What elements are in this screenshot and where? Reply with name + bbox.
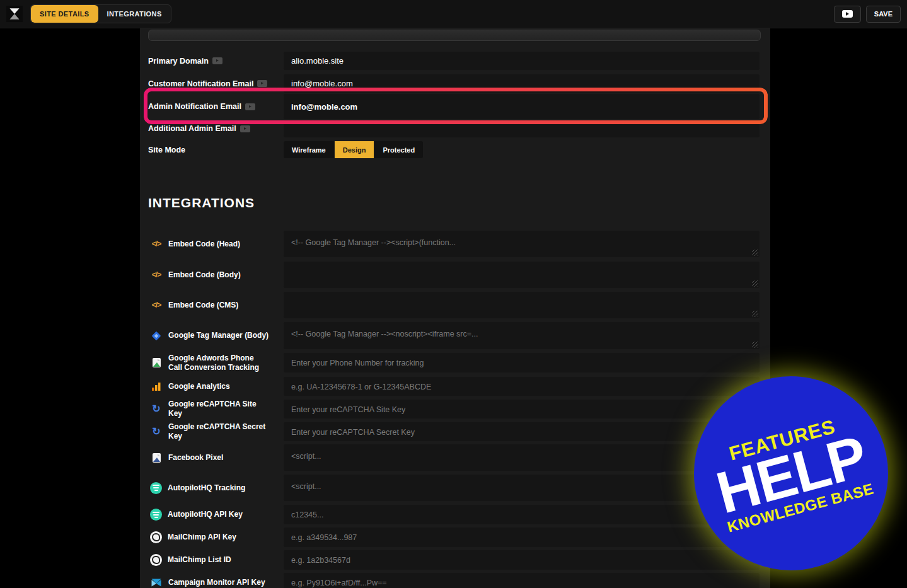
moble-logo-icon[interactable] <box>6 6 23 22</box>
integration-row: Google Tag Manager (Body) <box>140 322 770 349</box>
scrolled-field-partial[interactable] <box>148 30 761 41</box>
video-help-icon[interactable] <box>212 57 222 64</box>
code-icon <box>150 270 163 279</box>
tab-integrations[interactable]: INTEGRATIONS <box>98 5 171 23</box>
site-mode-wireframe-button[interactable]: Wireframe <box>284 141 334 158</box>
autopilothq-icon <box>150 509 162 521</box>
field-label: Customer Notification Email <box>148 79 253 88</box>
code-icon <box>150 239 163 248</box>
autopilothq-icon <box>150 482 162 494</box>
facebook-pixel-textarea[interactable] <box>284 444 760 471</box>
integration-label: Google reCAPTCHA Secret Key <box>168 422 269 441</box>
admin-notification-email-input[interactable] <box>284 94 760 119</box>
mailchimp-list-id-input[interactable] <box>284 550 760 570</box>
embed-code-head-textarea[interactable] <box>284 231 760 257</box>
autopilothq-api-key-input[interactable] <box>284 505 760 524</box>
integration-label: Google reCAPTCHA Site Key <box>168 400 269 418</box>
field-row-admin-notification-email: Admin Notification Email <box>140 94 770 119</box>
integration-row: AutopilotHQ Tracking <box>140 475 770 501</box>
video-tutorial-button[interactable] <box>834 6 861 23</box>
integration-label: Google Tag Manager (Body) <box>168 331 269 340</box>
google-adwords-icon <box>150 357 163 368</box>
integration-label: AutopilotHQ API Key <box>168 510 243 519</box>
integration-label: Embed Code (Body) <box>168 270 241 280</box>
site-mode-protected-button[interactable]: Protected <box>374 141 423 158</box>
video-play-icon <box>842 10 853 18</box>
integration-row: MailChimp API Key <box>140 527 770 547</box>
google-analytics-input[interactable] <box>284 377 760 396</box>
customer-notification-email-input[interactable] <box>284 74 760 93</box>
integration-row: AutopilotHQ API Key <box>140 505 770 524</box>
autopilothq-tracking-textarea[interactable] <box>284 475 760 501</box>
recaptcha-site-key-input[interactable] <box>284 400 760 418</box>
additional-admin-email-input[interactable] <box>284 120 760 137</box>
site-mode-design-button[interactable]: Design <box>335 141 374 158</box>
recaptcha-icon: ↻ <box>150 427 163 437</box>
mailchimp-api-key-input[interactable] <box>284 527 760 547</box>
campaign-monitor-api-key-input[interactable] <box>284 573 760 588</box>
integration-label: AutopilotHQ Tracking <box>168 483 245 493</box>
tab-site-details[interactable]: SITE DETAILS <box>31 5 98 23</box>
integration-row: Facebook Pixel <box>140 444 770 471</box>
integration-row: MailChimp List ID <box>140 550 770 570</box>
field-label: Additional Admin Email <box>148 124 236 133</box>
embed-code-body-textarea[interactable] <box>284 262 760 288</box>
integration-row: Google Adwords Phone Call Conversion Tra… <box>140 353 770 372</box>
help-badge-text: FEATURES HELP KNOWLEDGE BASE <box>707 410 876 536</box>
integration-label: Google Adwords Phone Call Conversion Tra… <box>168 354 269 372</box>
integration-row: Embed Code (CMS) <box>140 292 770 318</box>
integration-label: Campaign Monitor API Key <box>168 578 265 587</box>
embed-code-cms-textarea[interactable] <box>284 292 760 318</box>
field-row-additional-admin-email: Additional Admin Email <box>140 120 770 137</box>
integration-row: Embed Code (Head) <box>140 231 770 257</box>
integration-label: MailChimp List ID <box>168 555 231 565</box>
integration-row: Google Analytics <box>140 377 770 396</box>
integration-label: MailChimp API Key <box>168 533 236 542</box>
integration-label: Embed Code (Head) <box>168 239 240 249</box>
primary-domain-input[interactable] <box>284 52 760 70</box>
adwords-phone-tracking-input[interactable] <box>284 353 760 372</box>
field-row-customer-notification-email: Customer Notification Email <box>140 74 770 93</box>
integration-row: ↻ Google reCAPTCHA Site Key <box>140 400 770 418</box>
video-help-icon[interactable] <box>245 103 255 110</box>
integration-row: Embed Code (Body) <box>140 262 770 288</box>
top-bar: SITE DETAILS INTEGRATIONS SAVE <box>0 0 907 28</box>
campaign-monitor-icon <box>150 578 163 587</box>
field-label: Admin Notification Email <box>148 102 241 111</box>
video-help-icon[interactable] <box>240 125 250 132</box>
recaptcha-secret-key-input[interactable] <box>284 422 760 441</box>
help-badge[interactable]: FEATURES HELP KNOWLEDGE BASE <box>694 376 888 570</box>
field-label: Primary Domain <box>148 57 209 66</box>
mailchimp-icon <box>150 554 162 566</box>
code-icon <box>150 301 163 309</box>
field-label: Site Mode <box>148 146 185 154</box>
settings-panel: Primary Domain Customer Notification Ema… <box>140 0 770 588</box>
integration-label: Embed Code (CMS) <box>168 301 238 310</box>
google-analytics-icon <box>150 382 163 391</box>
integration-label: Google Analytics <box>168 382 230 391</box>
recaptcha-icon: ↻ <box>150 404 163 414</box>
mailchimp-icon <box>150 531 162 543</box>
video-help-icon[interactable] <box>257 80 267 87</box>
integration-row: Campaign Monitor API Key <box>140 573 770 588</box>
google-tag-manager-icon <box>150 330 163 342</box>
google-tag-manager-body-textarea[interactable] <box>284 322 760 349</box>
integration-row: ↻ Google reCAPTCHA Secret Key <box>140 422 770 441</box>
integration-label: Facebook Pixel <box>168 453 223 463</box>
field-row-primary-domain: Primary Domain <box>140 52 770 70</box>
header-tab-group: SITE DETAILS INTEGRATIONS <box>30 4 171 23</box>
site-mode-segmented-control: Wireframe Design Protected <box>284 141 423 158</box>
integrations-heading: INTEGRATIONS <box>148 195 255 210</box>
field-row-site-mode: Site Mode Wireframe Design Protected <box>140 141 770 158</box>
facebook-pixel-icon <box>150 453 163 463</box>
save-button[interactable]: SAVE <box>866 6 901 23</box>
